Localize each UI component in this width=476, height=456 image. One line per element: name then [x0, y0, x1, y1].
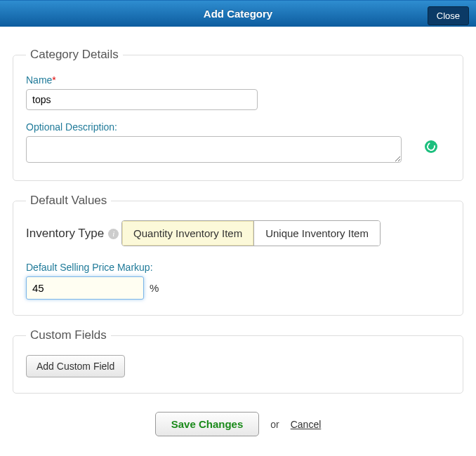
save-button[interactable]: Save Changes — [155, 412, 260, 436]
cancel-link[interactable]: Cancel — [291, 419, 322, 430]
default-values-fieldset: Default Values Inventory Type i Quantity… — [13, 194, 463, 316]
required-asterisk: * — [52, 74, 55, 86]
markup-input[interactable] — [26, 276, 144, 300]
dialog-content: Category Details Name* Optional Descript… — [0, 27, 476, 456]
inventory-type-label-text: Inventory Type — [26, 227, 104, 241]
description-field-group: Optional Description: — [26, 121, 450, 165]
default-values-legend: Default Values — [26, 194, 111, 208]
name-label-text: Name — [26, 74, 52, 86]
dialog-header: Add Category Close — [0, 0, 476, 27]
category-details-fieldset: Category Details Name* Optional Descript… — [13, 48, 463, 181]
or-text: or — [270, 419, 279, 430]
unique-inventory-option[interactable]: Unique Inventory Item — [253, 221, 380, 246]
inventory-type-toggle: Quantity Inventory Item Unique Inventory… — [121, 220, 381, 246]
description-wrap — [26, 136, 450, 165]
markup-row: % — [26, 276, 450, 300]
grammarly-icon — [425, 140, 437, 153]
inventory-type-label: Inventory Type i — [26, 227, 119, 241]
dialog-footer: Save Changes or Cancel — [13, 412, 463, 445]
custom-fields-fieldset: Custom Fields Add Custom Field — [13, 328, 463, 394]
description-textarea[interactable] — [26, 136, 402, 163]
name-label: Name* — [26, 74, 450, 86]
dialog-title: Add Category — [204, 8, 272, 20]
percent-unit: % — [150, 282, 159, 294]
add-custom-field-button[interactable]: Add Custom Field — [26, 355, 125, 377]
markup-label: Default Selling Price Markup: — [26, 262, 450, 273]
inventory-type-group: Inventory Type i Quantity Inventory Item… — [26, 220, 450, 246]
markup-field-group: Default Selling Price Markup: % — [26, 262, 450, 300]
custom-fields-legend: Custom Fields — [26, 328, 111, 342]
close-button[interactable]: Close — [428, 6, 469, 25]
description-label: Optional Description: — [26, 121, 450, 133]
category-details-legend: Category Details — [26, 48, 123, 62]
quantity-inventory-option[interactable]: Quantity Inventory Item — [122, 221, 253, 246]
name-input[interactable] — [26, 89, 258, 110]
info-icon[interactable]: i — [108, 229, 119, 239]
name-field-group: Name* — [26, 74, 450, 110]
